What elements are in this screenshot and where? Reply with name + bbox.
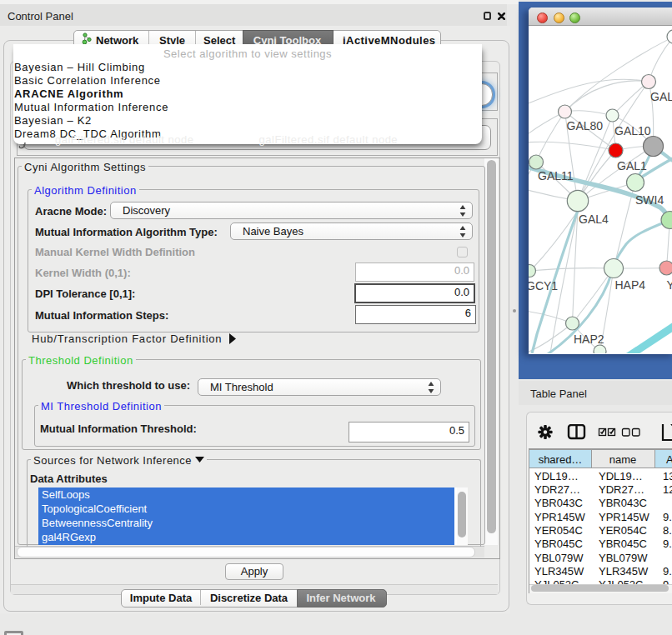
svg-text:SWI4: SWI4 (635, 193, 664, 207)
svg-text:GCY1: GCY1 (529, 279, 558, 292)
svg-text:HAP4: HAP4 (615, 278, 646, 292)
svg-text:GAL11: GAL11 (538, 169, 574, 182)
svg-text:GAL10: GAL10 (614, 124, 651, 138)
svg-text:GAL4: GAL4 (579, 212, 609, 226)
svg-text:GAL80: GAL80 (567, 119, 604, 132)
svg-text:GAL1: GAL1 (617, 159, 647, 172)
svg-text:Y: Y (667, 278, 672, 292)
svg-text:HAP2: HAP2 (574, 332, 604, 346)
svg-text:GAL2: GAL2 (650, 90, 672, 103)
